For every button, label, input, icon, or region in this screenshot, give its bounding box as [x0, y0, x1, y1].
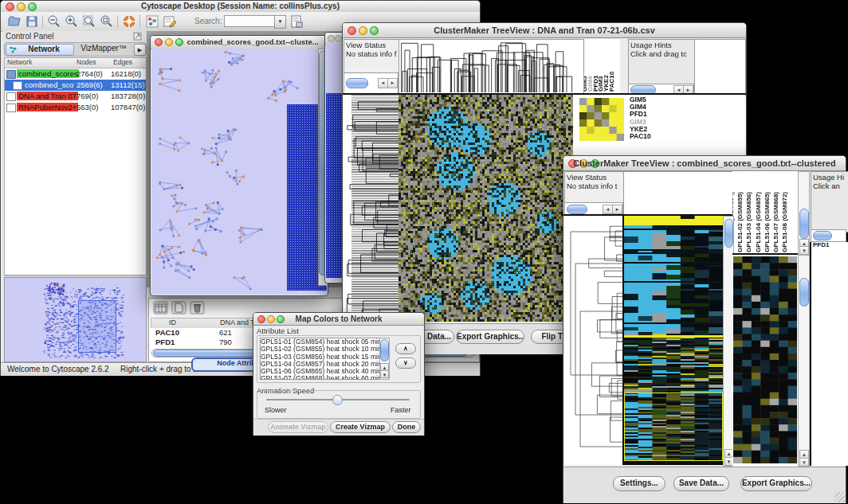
column-label[interactable]: GPL51-04 (GSM857)	[755, 176, 762, 252]
tv1-zoom-heatmap[interactable]	[579, 98, 624, 141]
table-row[interactable]: DNA and Tran 07769(0)183728(0)	[5, 91, 146, 102]
save-data-button[interactable]: Save Data...	[673, 476, 729, 491]
tv1-corner-panel	[694, 39, 746, 96]
tv2-zoom-vscrollbar[interactable]: ▴ ▾	[798, 255, 810, 467]
speed-slider-thumb[interactable]	[332, 395, 343, 405]
document-icon	[13, 81, 22, 90]
col-nodes[interactable]: Nodes	[77, 58, 96, 66]
save-icon[interactable]	[25, 14, 39, 29]
network-name[interactable]: combined_scores	[17, 69, 79, 78]
column-label[interactable]: GPL51-02 (GSM855)	[736, 176, 744, 252]
tv2-right-hscrollbar[interactable]	[811, 229, 846, 242]
col-edges[interactable]: Edges	[113, 58, 132, 66]
open-file-icon[interactable]	[7, 14, 22, 29]
network-name[interactable]: combined_sco	[23, 80, 75, 89]
settings-button[interactable]: Settings...	[613, 476, 665, 491]
column-label[interactable]: GPL51-06 (GSM865)	[764, 176, 771, 252]
tv2-heatmap[interactable]	[624, 216, 723, 465]
tv1-column-dendrogram[interactable]	[398, 39, 584, 95]
export-graphics-button[interactable]: Export Graphics...	[456, 330, 524, 344]
tab-vizmapper[interactable]: VizMapper™	[75, 44, 132, 54]
main-window-title: Cytoscape Desktop (Session Name: collins…	[1, 2, 480, 10]
scroll-right-icon[interactable]: ▸	[387, 78, 398, 88]
network-tab-icon	[10, 46, 17, 53]
control-panel: Control Panel Network VizMapper™ ▶ Netwo…	[2, 31, 147, 362]
main-titlebar[interactable]: Cytoscape Desktop (Session Name: collins…	[1, 1, 480, 13]
tv2-view-status: View StatusNo status info t	[564, 171, 626, 205]
tv1-row-dendrogram[interactable]	[344, 95, 398, 322]
move-up-button[interactable]: ∧	[395, 343, 416, 354]
birdseye-view[interactable]	[4, 277, 147, 362]
network-name[interactable]: RNAPuberNov2+	[17, 103, 78, 111]
cell-id: PFD1	[155, 338, 175, 346]
col-network[interactable]: Network	[7, 58, 32, 66]
animate-vizmap-button[interactable]: Animate Vizmap	[268, 421, 328, 433]
list-item[interactable]: GPL51-07 (GSM868) heat shock 60 min	[261, 375, 380, 380]
scroll-down-icon[interactable]: ▾	[799, 458, 809, 467]
done-button[interactable]: Done	[392, 421, 421, 433]
column-label[interactable]: GPL51-07 (GSM868)	[772, 176, 779, 252]
gene-label[interactable]: PFD1	[813, 242, 848, 249]
zoom-selected-icon[interactable]	[100, 14, 114, 29]
tv2-button-bar: Settings... Save Data... Export Graphics…	[563, 467, 846, 503]
map-colors-dialog: Map Colors to Network Attribute List GPL…	[253, 312, 425, 436]
nodes-count: 769(0)	[77, 92, 98, 100]
tv1-left-hscrollbar[interactable]: ◂ ▸	[344, 72, 398, 95]
create-vizmap-button[interactable]: Create Vizmap	[330, 421, 391, 433]
table-row[interactable]: RNAPuberNov2+563(0)107847(0)	[5, 102, 146, 113]
tv2-labels-vscrollbar[interactable]: ▴ ▾	[798, 171, 810, 255]
report-icon[interactable]	[289, 14, 304, 29]
export-graphics-button[interactable]: Export Graphics...	[740, 476, 812, 491]
gene-label[interactable]: PAC10	[630, 133, 665, 140]
search-dropdown-button[interactable]: ▼	[274, 15, 286, 29]
edges-count: 107847(0)	[111, 103, 145, 111]
attribute-list[interactable]: GPL51-01 (GSM854) heat shock 05 minGPL51…	[260, 338, 381, 380]
network-canvas-area[interactable]	[151, 49, 327, 295]
float-panel-icon[interactable]	[133, 32, 142, 41]
tv2-gene-labels: PFD1YRA1RNR4MSL1SPC98CLN1NIS1BUD4ELG1MAK…	[810, 242, 848, 466]
scroll-down-icon[interactable]: ▾	[799, 246, 809, 255]
nodes-count: 2569(6)	[77, 80, 103, 89]
data-col-id[interactable]: ID	[169, 318, 176, 326]
delete-attribute-icon[interactable]	[190, 301, 205, 315]
tab-network-label: Network	[28, 45, 59, 53]
resize-grip[interactable]	[834, 492, 845, 502]
tv2-usage-hints: Usage HiClick an	[811, 171, 848, 232]
tv2-column-labels: GPL51-01 (GSM854)GPL51-02 (GSM855)GPL51-…	[732, 171, 798, 253]
tv1-heatmap[interactable]	[398, 95, 573, 322]
column-label[interactable]: PAC10	[608, 41, 615, 92]
column-label[interactable]: GPL51-08 (GSM872)	[781, 176, 788, 252]
network-overview-icon[interactable]	[145, 14, 159, 29]
close-button[interactable]	[328, 35, 335, 42]
column-label[interactable]: GPL51-03 (GSM856)	[745, 176, 752, 252]
help-lifesaver-icon[interactable]	[122, 14, 136, 29]
folder-icon	[6, 70, 16, 79]
treeview2-window: ClusterMaker TreeView : combined_scores_…	[563, 155, 846, 503]
tv1-usage-hints: Usage HintsClick and drag tc	[628, 39, 697, 87]
scroll-down-icon[interactable]: ▾	[380, 370, 389, 378]
tv2-row-dendrogram[interactable]	[564, 216, 622, 465]
network-name[interactable]: DNA and Tran 07	[17, 92, 78, 100]
zoom-in-icon[interactable]	[65, 14, 79, 29]
zoom-out-icon[interactable]	[47, 14, 61, 29]
tab-overflow-button[interactable]: ▶	[134, 44, 146, 56]
network-table-header[interactable]: Network Nodes Edges	[5, 58, 146, 68]
table-row[interactable]: combined_sco2569(6)13112(15)	[5, 80, 146, 91]
nodes-count: 563(0)	[77, 103, 98, 111]
tv1-column-labels: GIM5GIM4PFD1GIM3YKE2PAC10	[584, 39, 620, 93]
network-window-title: combined_scores_good.txt--cluste...	[151, 37, 328, 46]
tv2-zoom-heatmap[interactable]	[733, 256, 797, 463]
zoom-fit-icon[interactable]	[82, 14, 96, 29]
tab-network[interactable]: Network	[6, 44, 74, 56]
new-attribute-icon[interactable]	[171, 301, 186, 315]
table-row[interactable]: combined_scores2764(0)16218(0)	[5, 68, 146, 80]
move-down-button[interactable]: ∨	[395, 357, 416, 369]
attribute-list-vscrollbar[interactable]: ▴ ▾	[379, 338, 390, 380]
minimize-button[interactable]	[335, 35, 342, 42]
control-panel-title: Control Panel	[6, 32, 54, 41]
edit-annotation-icon[interactable]	[163, 14, 177, 29]
edges-count: 13112(15)	[111, 80, 145, 89]
search-input[interactable]	[224, 15, 275, 27]
scroll-right-icon[interactable]: ▸	[612, 205, 622, 214]
attribute-select-icon[interactable]	[153, 301, 168, 315]
